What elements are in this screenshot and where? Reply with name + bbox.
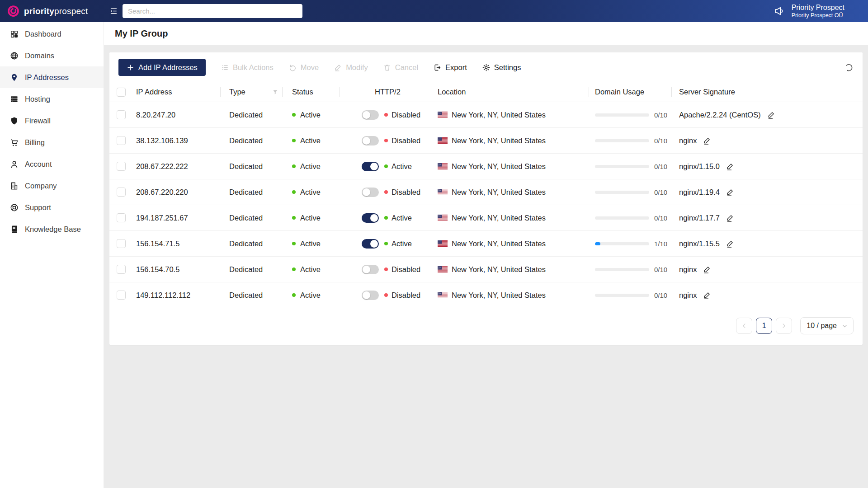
sidebar-item-account[interactable]: Account: [0, 153, 104, 175]
http2-toggle[interactable]: [362, 239, 379, 249]
menu-fold-icon[interactable]: [109, 7, 118, 15]
http2-cell: Disabled: [340, 265, 427, 274]
sidebar-item-support[interactable]: Support: [0, 197, 104, 218]
modify-button[interactable]: Modify: [334, 63, 368, 72]
add-ip-addresses-button[interactable]: Add IP Addresses: [118, 59, 206, 76]
http2-cell: Disabled: [340, 188, 427, 197]
row-checkbox[interactable]: [117, 265, 126, 274]
row-checkbox[interactable]: [117, 162, 126, 171]
column-header-ip[interactable]: IP Address: [133, 82, 220, 102]
ip-address: 208.67.222.222: [133, 162, 220, 171]
sidebar-item-ip-addresses[interactable]: IP Addresses: [0, 66, 104, 88]
http2-toggle[interactable]: [362, 213, 379, 223]
status-cell: Active: [282, 265, 340, 274]
row-checkbox[interactable]: [117, 188, 126, 197]
column-header-server-signature[interactable]: Server Signature: [671, 82, 863, 102]
previous-page-button[interactable]: [736, 318, 752, 334]
brand-name: priorityprospect: [24, 6, 88, 16]
column-header-domain-usage[interactable]: Domain Usage: [589, 82, 671, 102]
settings-button[interactable]: Settings: [482, 63, 521, 72]
column-header-http2[interactable]: HTTP/2: [340, 82, 427, 102]
status-label: Active: [300, 265, 321, 274]
filter-funnel-icon[interactable]: [272, 89, 278, 95]
move-button[interactable]: Move: [289, 63, 319, 72]
search-input[interactable]: [123, 4, 302, 18]
next-page-button[interactable]: [776, 318, 792, 334]
chevron-down-icon: [842, 324, 847, 328]
cancel-button[interactable]: Cancel: [383, 63, 418, 72]
http2-cell: Active: [340, 213, 427, 223]
ip-address: 156.154.70.5: [133, 265, 220, 274]
sidebar-item-firewall[interactable]: Firewall: [0, 110, 104, 131]
usage-text: 0/10: [654, 214, 667, 222]
http2-label: Active: [392, 214, 412, 222]
edit-icon[interactable]: [726, 163, 734, 170]
edit-icon[interactable]: [703, 266, 711, 273]
select-all-checkbox[interactable]: [117, 88, 126, 97]
page-size-select[interactable]: 10 / page: [800, 317, 854, 334]
usage-text: 0/10: [654, 188, 667, 196]
table-row: 156.154.70.5 Dedicated Active Disabled N…: [109, 257, 863, 282]
sidebar-item-hosting[interactable]: Hosting: [0, 88, 104, 110]
top-bar: priorityprospect Priority Prospect Prior…: [0, 0, 868, 22]
sidebar-item-label: Support: [25, 203, 51, 212]
ip-address: 149.112.112.112: [133, 291, 220, 300]
location-label: New York, NY, United States: [452, 214, 546, 222]
status-label: Active: [300, 188, 321, 197]
table-row: 156.154.71.5 Dedicated Active Active New…: [109, 231, 863, 257]
toggle-knob: [363, 266, 370, 273]
row-checkbox[interactable]: [117, 136, 126, 145]
sidebar-item-label: Knowledge Base: [25, 225, 81, 234]
row-checkbox[interactable]: [117, 291, 126, 300]
sidebar-item-domains[interactable]: Domains: [0, 45, 104, 66]
edit-icon[interactable]: [703, 137, 711, 145]
export-button[interactable]: Export: [434, 63, 467, 72]
chevron-left-icon: [741, 323, 747, 328]
account-menu[interactable]: Priority Prospect Priority Prospect OÜ: [792, 3, 844, 19]
http2-toggle[interactable]: [362, 162, 379, 171]
http2-toggle[interactable]: [362, 110, 379, 120]
column-header-location[interactable]: Location: [427, 82, 589, 102]
chevron-right-icon: [781, 323, 787, 328]
domain-usage-cell: 0/10: [589, 111, 671, 119]
column-header-status[interactable]: Status: [282, 82, 340, 102]
table-row: 208.67.222.222 Dedicated Active Active N…: [109, 154, 863, 179]
sidebar-item-dashboard[interactable]: Dashboard: [0, 23, 104, 45]
sidebar-item-billing[interactable]: Billing: [0, 131, 104, 153]
edit-icon[interactable]: [703, 291, 711, 299]
ip-address: 8.20.247.20: [133, 111, 220, 119]
page-number-button[interactable]: 1: [756, 318, 772, 334]
usage-bar: [595, 268, 649, 271]
row-checkbox[interactable]: [117, 110, 126, 119]
ip-table-card: Add IP Addresses Bulk Actions Move: [109, 52, 863, 345]
row-checkbox[interactable]: [117, 213, 126, 222]
row-checkbox[interactable]: [117, 239, 126, 248]
domain-usage-cell: 0/10: [589, 291, 671, 299]
http2-toggle[interactable]: [362, 291, 379, 300]
usage-text: 0/10: [654, 163, 667, 170]
server-signature-cell: nginx/1.15.5: [671, 239, 863, 248]
sidebar-item-company[interactable]: Company: [0, 175, 104, 197]
table-row: 38.132.106.139 Dedicated Active Disabled…: [109, 128, 863, 154]
column-header-type[interactable]: Type: [220, 82, 282, 102]
http2-toggle[interactable]: [362, 136, 379, 145]
status-cell: Active: [282, 111, 340, 119]
refresh-icon[interactable]: [844, 63, 854, 72]
toggle-knob: [370, 240, 378, 248]
sidebar-item-knowledge-base[interactable]: Knowledge Base: [0, 218, 104, 240]
http2-toggle[interactable]: [362, 265, 379, 274]
edit-icon[interactable]: [726, 188, 734, 196]
announcement-icon[interactable]: [774, 5, 785, 17]
location-label: New York, NY, United States: [452, 239, 546, 248]
edit-icon[interactable]: [767, 111, 775, 119]
edit-icon[interactable]: [726, 214, 734, 222]
domain-usage-cell: 0/10: [589, 163, 671, 170]
edit-icon[interactable]: [726, 240, 734, 248]
shield-icon: [10, 117, 19, 125]
status-cell: Active: [282, 239, 340, 248]
http2-toggle[interactable]: [362, 188, 379, 197]
location-pin-icon: [10, 73, 19, 82]
bulk-actions-button[interactable]: Bulk Actions: [221, 63, 274, 72]
http2-cell: Active: [340, 162, 427, 171]
ip-address: 38.132.106.139: [133, 136, 220, 145]
